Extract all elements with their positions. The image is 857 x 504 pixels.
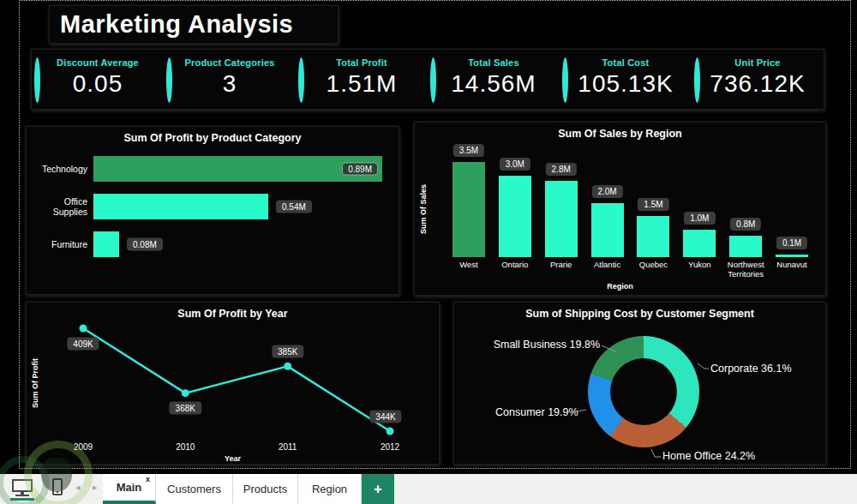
kpi-card-total-cost[interactable]: Total Cost105.13K: [560, 50, 692, 109]
chart-shipping-by-segment[interactable]: Sum of Shipping Cost by Customer Segment…: [453, 302, 826, 465]
category-label: Furniture: [33, 239, 93, 249]
bar-ontario[interactable]: [499, 176, 531, 257]
x-axis-title: Year: [27, 454, 439, 463]
category-label: Nunavut: [769, 260, 815, 279]
prev-page-chevron-icon[interactable]: ◂: [75, 482, 81, 493]
hbar-row-furniture: Furniture0.08M: [33, 231, 390, 257]
bar-prarie[interactable]: [545, 181, 578, 257]
value-label: 3.0M: [500, 158, 530, 171]
powerbi-report-window: Marketing Analysis Discount Average0.05P…: [0, 0, 857, 504]
value-label: 1.0M: [684, 212, 715, 225]
page-title: Marketing Analysis: [50, 10, 293, 39]
donut-label-small-business: Small Business 19.8%: [488, 339, 600, 351]
data-point-2009[interactable]: [80, 325, 87, 333]
bar-nunavut[interactable]: [776, 255, 808, 257]
kpi-card-product-categories[interactable]: Product Categories3: [164, 50, 296, 109]
kpi-label: Product Categories: [164, 57, 296, 68]
view-switcher: ◂ ▸: [0, 474, 103, 504]
close-tab-icon[interactable]: x: [146, 475, 150, 483]
kpi-card-total-sales[interactable]: Total Sales14.56M: [428, 50, 560, 109]
kpi-label: Discount Average: [32, 57, 164, 68]
kpi-accent-bar: [34, 57, 40, 103]
page-tab-customers[interactable]: Customers: [156, 474, 233, 504]
x-tick-label: 2011: [262, 442, 314, 452]
chart-profit-by-year[interactable]: Sum Of Profit by Year Sum Of Profit 409K…: [26, 302, 440, 465]
category-label: Ontario: [492, 260, 538, 279]
bar-technology[interactable]: 0.89M: [93, 156, 382, 182]
desktop-view-icon[interactable]: [12, 479, 33, 492]
column-group-atlantic: 2.0M: [584, 140, 631, 257]
chart-sales-by-region[interactable]: Sum Of Sales by Region Sum Of Sales 3.5M…: [414, 122, 826, 296]
x-axis-title: Region: [415, 282, 825, 291]
donut-label-consumer: Consumer 19.9%: [495, 406, 574, 418]
page-tab-region[interactable]: Region: [298, 474, 362, 504]
kpi-card-discount-average[interactable]: Discount Average0.05: [32, 50, 164, 109]
x-tick-label: 2010: [159, 442, 211, 452]
data-point-2011[interactable]: [284, 363, 291, 370]
bar-track: 0.89M: [93, 156, 390, 182]
report-title-card[interactable]: Marketing Analysis: [49, 5, 339, 44]
bar-atlantic[interactable]: [591, 203, 624, 257]
page-tab-products[interactable]: Products: [233, 474, 298, 504]
value-label: 2.0M: [591, 185, 622, 198]
column-group-nunavut: 0.1M: [769, 140, 815, 257]
bar-track: 0.54M: [93, 194, 390, 219]
category-label: Yukon: [676, 260, 722, 279]
kpi-label: Unit Price: [692, 57, 824, 68]
kpi-value: 736.12K: [692, 70, 824, 98]
donut-hole: [610, 358, 677, 425]
column-group-yukon: 1.0M: [676, 140, 722, 257]
value-label: 0.54M: [276, 201, 312, 213]
column-group-west: 3.5M: [446, 140, 492, 257]
chart-title: Sum of Shipping Cost by Customer Segment: [454, 308, 825, 320]
bar-furniture[interactable]: [93, 231, 119, 257]
bar-office-supplies[interactable]: [93, 194, 268, 219]
x-tick-label: 2012: [364, 442, 416, 452]
chart-profit-by-category[interactable]: Sum Of Profit by Product Category Techno…: [26, 126, 399, 295]
hbar-row-technology: Technology0.89M: [33, 156, 390, 182]
bar-yukon[interactable]: [683, 230, 716, 257]
value-label: 0.1M: [776, 237, 807, 249]
kpi-value: 105.13K: [560, 70, 692, 98]
add-page-button[interactable]: +: [362, 474, 394, 504]
x-tick-label: 2009: [57, 442, 109, 452]
page-tab-bar: ◂ ▸ MainxCustomersProductsRegion +: [0, 474, 857, 504]
value-label: 0.08M: [127, 238, 163, 251]
category-label: Office Supplies: [33, 196, 93, 217]
bar-track: 0.08M: [93, 231, 390, 257]
hbar-plot-area: Technology0.89MOffice Supplies0.54MFurni…: [33, 156, 390, 269]
category-label: Technology: [33, 164, 93, 174]
page-tabs: MainxCustomersProductsRegion: [103, 474, 362, 504]
category-label: West: [446, 260, 492, 279]
x-axis-category-labels: WestOntarioPrarieAtlanticQuebecYukonNort…: [446, 260, 815, 279]
kpi-strip[interactable]: Discount Average0.05Product Categories3T…: [31, 49, 824, 110]
kpi-accent-bar: [562, 57, 568, 103]
y-axis-label: Sum Of Profit: [31, 358, 39, 408]
kpi-label: Total Cost: [560, 57, 692, 68]
value-label: 0.89M: [342, 163, 378, 176]
kpi-card-unit-price[interactable]: Unit Price736.12K: [692, 50, 824, 109]
category-label: Prarie: [538, 260, 584, 279]
value-label: 368K: [170, 401, 201, 414]
bar-northwest-territories[interactable]: [729, 236, 762, 257]
data-point-2010[interactable]: [182, 389, 189, 397]
data-point-2012[interactable]: [387, 427, 394, 435]
mobile-view-icon: [57, 491, 58, 493]
next-page-chevron-icon[interactable]: ▸: [93, 482, 98, 493]
value-label: 344K: [369, 410, 401, 423]
y-axis-label: Sum Of Sales: [419, 183, 428, 233]
mobile-view-icon[interactable]: [52, 478, 63, 495]
chart-title: Sum Of Profit by Product Category: [27, 132, 399, 144]
bar-west[interactable]: [452, 162, 485, 257]
value-label: 0.8M: [730, 218, 761, 231]
value-label: 2.8M: [546, 163, 577, 176]
kpi-accent-bar: [430, 57, 436, 103]
bar-quebec[interactable]: [637, 216, 669, 257]
page-tab-main[interactable]: Mainx: [103, 474, 156, 504]
kpi-accent-bar: [298, 57, 304, 103]
kpi-card-total-profit[interactable]: Total Profit1.51M: [296, 50, 428, 109]
report-canvas[interactable]: Marketing Analysis Discount Average0.05P…: [0, 0, 857, 474]
desktop-view-icon: [15, 495, 29, 496]
kpi-value: 0.05: [32, 70, 164, 98]
value-label: 385K: [272, 345, 303, 358]
